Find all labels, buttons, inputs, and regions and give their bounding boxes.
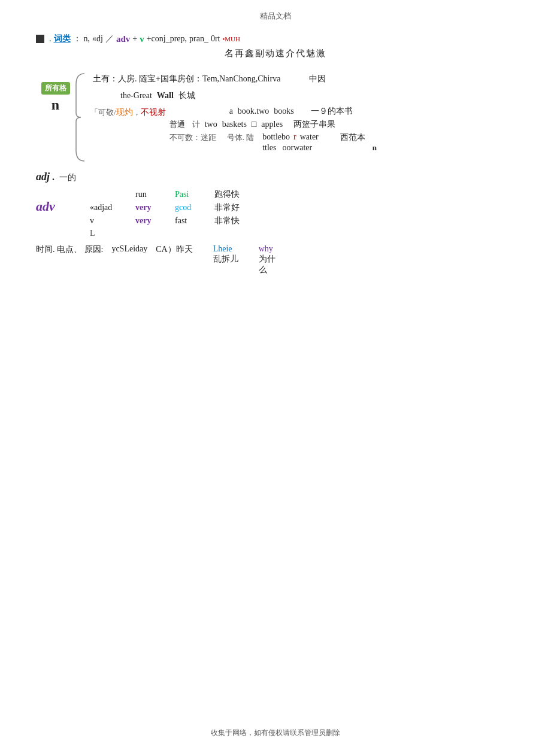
left-brace-icon [75, 72, 86, 162]
adv-r1-pasi: Pasi [175, 190, 205, 199]
bukes-row1: bottlebo r water 西范本 [262, 132, 365, 143]
lheie-block: Lheie 乱拆儿 [213, 244, 238, 265]
wc-n: n, [84, 34, 90, 44]
adv-r2-c1: «adjad [90, 203, 126, 212]
chinese-desc: 名再鑫副动速介代魅激 [36, 48, 515, 59]
adv-r2-cn: 非常好 [214, 202, 240, 213]
bukes-row: 不可数：迷距 号体. 陆 bottlebo r water 西范本 ttles [169, 132, 377, 153]
wc-colon: ： [73, 34, 81, 44]
brace-svg-container [75, 72, 86, 162]
ji-text: 计 [192, 119, 200, 130]
adv-r1-cn: 跑得快 [214, 189, 240, 200]
wc-0rt: 0rt [211, 34, 220, 44]
wc-adj: «dj [92, 34, 103, 44]
wc-conj: +conj_prep, [147, 34, 187, 44]
adj-dot: . [52, 172, 55, 183]
two-text: two [205, 120, 217, 129]
wordclass-line: . 词类 ： n, «dj ／ adv + v +conj_prep, pran… [36, 34, 515, 44]
wordclass-label: 词类 [54, 34, 71, 44]
wc-muh: •MUH [222, 35, 240, 42]
bottlebo-text: bottlebo [262, 132, 290, 143]
tuyou-text: 土有：人房. 随宝+国隼房创：Tem,NanChong,Chirva [93, 74, 280, 84]
adv-row-3: v very fast 非常快 [90, 215, 240, 226]
xifanben-text: 西范本 [340, 132, 365, 143]
adv-r3-cn: 非常快 [214, 215, 240, 226]
apples-text: apples [261, 120, 283, 129]
putong-outer: 「可敬/现灼，不视射 a book.two books 一９的本书 普通 计 t… [90, 104, 515, 155]
bukes-label: 不可数：迷距 [169, 132, 216, 143]
adv-row-1: run Pasi 跑得快 [90, 189, 240, 200]
putong-label: 普通 [169, 119, 185, 130]
wc-dot: . [49, 34, 52, 44]
haoti-text: 号体. 陆 [227, 132, 255, 143]
footer-text: 收集于网络，如有侵权请联系管理员删除 [211, 728, 340, 737]
wc-adv: adv [116, 34, 130, 44]
putong-row: 普通 计 two baskets □ apples 两篮子串果 [169, 119, 377, 130]
time-label: 时间. 电点、 原因: [36, 244, 103, 255]
wc-slash: ／ [105, 34, 114, 44]
baskets-text: baskets [222, 120, 247, 129]
bracket-line-text: 「可敬/现灼，不视射 [90, 107, 166, 118]
time-section: 时间. 电点、 原因: ycSLeiday CA）昨天 Lheie 乱拆儿 wh… [36, 244, 515, 275]
liang-kuang-text: 两篮子串果 [293, 119, 335, 130]
adj-section: adj . 一的 [36, 171, 515, 183]
water-text: water [300, 132, 319, 143]
adv-row-4: L [90, 229, 240, 238]
bukes-row2: ttles oorwater [262, 143, 312, 153]
yide-text: 一９的本书 [311, 106, 353, 117]
zhongyin-text: 中因 [309, 74, 326, 84]
adj-label: adj [36, 171, 50, 183]
adv-grid-container: run Pasi 跑得快 «adjad very gcod 非常好 v very… [90, 189, 240, 238]
changcheng-text: 长城 [178, 90, 195, 101]
ycsleiday-text: ycSLeiday [111, 244, 147, 254]
greatwall-row: the-Great Wall 长城 [90, 88, 515, 104]
ttles-text: ttles [262, 143, 276, 153]
square-text: □ [252, 120, 256, 129]
wc-plus: + [132, 34, 137, 44]
why-block: why 为什 么 [259, 244, 276, 275]
putong-words-col: a book.two books 一９的本书 普通 计 two baskets … [169, 106, 377, 153]
adv-r3-fast: fast [175, 216, 205, 226]
page-footer: 收集于网络，如有侵权请联系管理员删除 [0, 728, 551, 738]
lheie-en: Lheie [213, 244, 238, 254]
why-en: why [259, 244, 276, 254]
n-small-text: n [373, 143, 377, 153]
wc-pran: pran_ [189, 34, 208, 44]
book-text: book.two [238, 107, 270, 116]
the-great-text: the-Great [120, 91, 152, 101]
brace-content: 土有：人房. 随宝+国隼房创：Tem,NanChong,Chirva 中因 th… [90, 70, 515, 155]
adv-r1-run: run [135, 190, 165, 199]
why-cn-line1: 为什 [259, 254, 276, 265]
bukes-words: bottlebo r water 西范本 ttles oorwater [262, 132, 365, 153]
adv-row-2: «adjad very gcod 非常好 [90, 202, 240, 213]
putong-label-col: 「可敬/现灼，不视射 [90, 106, 166, 118]
adv-r2-very: very [135, 203, 165, 212]
page-title: 精品文档 [260, 11, 291, 20]
adj-meaning: 一的 [59, 172, 76, 183]
a-text: a [229, 107, 233, 116]
wc-v: v [140, 34, 144, 44]
wall-text: Wall [157, 91, 174, 101]
adv-r2-gcod: gcod [175, 203, 205, 212]
book-row: a book.two books 一９的本书 [169, 106, 377, 117]
lheie-cn: 乱拆儿 [213, 254, 238, 265]
books-text: books [274, 107, 293, 116]
oorwater-text: oorwater [282, 143, 312, 153]
suoyouge-row1: 土有：人房. 随宝+国隼房创：Tem,NanChong,Chirva 中因 [90, 70, 515, 88]
why-cn-line2: 么 [259, 265, 276, 275]
square-icon [36, 35, 44, 43]
adv-r3-c1: v [90, 216, 126, 226]
ca-text: CA）昨天 [156, 244, 192, 255]
adv-left-label: adv [36, 189, 84, 214]
adv-section: adv run Pasi 跑得快 «adjad very gcod 非常好 v … [36, 189, 515, 238]
r-text: r [293, 132, 296, 143]
suoyouge-badge: 所有格 [41, 82, 70, 95]
adv-label: adv [36, 199, 55, 214]
n-left-label: 所有格 n [36, 70, 75, 113]
adv-r3-very: very [135, 216, 165, 226]
n-big-label: n [52, 97, 59, 113]
adv-r4-l: L [90, 229, 126, 238]
